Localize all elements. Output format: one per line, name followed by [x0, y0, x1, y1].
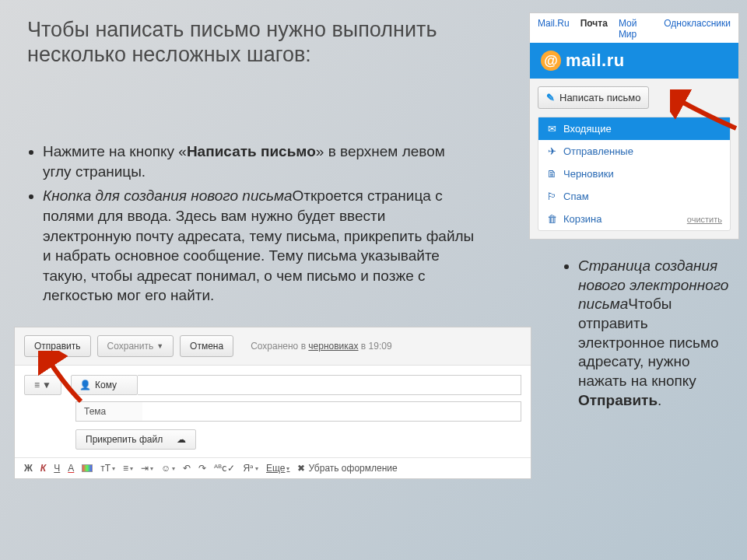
folder-sent-label: Отправленные [563, 145, 633, 157]
folder-drafts-label: Черновики [563, 168, 614, 180]
mail-at-icon: @ [541, 51, 561, 71]
folder-inbox-label: Входящие [563, 123, 612, 135]
trash-clear-link[interactable]: очистить [687, 215, 722, 224]
cloud-icon: ☁ [177, 434, 186, 445]
saved-status: Сохранено в черновиках в 19:09 [251, 341, 391, 352]
folder-trash-label: Корзина [563, 213, 602, 225]
folder-sent[interactable]: ✈ Отправленные [538, 140, 730, 163]
format-redo[interactable]: ↷ [198, 463, 206, 474]
sent-icon: ✈ [546, 145, 557, 157]
attach-button[interactable]: Прикрепить файл ☁ [75, 429, 196, 450]
bullet-2: Кнопка для создания нового письмаОткроет… [43, 186, 475, 306]
format-align[interactable]: ≡▾ [123, 463, 133, 474]
compose-label: Написать письмо [559, 92, 640, 103]
folder-list: ✉ Входящие ✈ Отправленные 🗎 Черновики 🏳 … [538, 117, 731, 231]
bullet-2-italic: Кнопка для создания нового письма [43, 187, 293, 204]
folder-inbox[interactable]: ✉ Входящие [538, 117, 730, 140]
compose-icon: ✎ [546, 92, 555, 103]
right-note: Страница создания нового электронного пи… [578, 257, 731, 411]
remove-label: Убрать оформление [308, 463, 397, 474]
format-color[interactable]: А [68, 463, 74, 474]
to-row: ≡▼ 👤 Кому [15, 372, 531, 398]
save-button[interactable]: Сохранить ▼ [97, 335, 174, 357]
bullet-2-text: Откроется страница с полями для ввода. З… [43, 187, 474, 303]
topnav-brand[interactable]: Mail.Ru [538, 18, 570, 40]
highlight-icon [82, 464, 93, 472]
right-note-bold: Отправить [578, 392, 658, 408]
compose-fields: ≡▼ 👤 Кому Тема Прикрепить файл ☁ [15, 366, 531, 457]
folder-spam-label: Спам [563, 191, 589, 202]
subject-label: Тема [75, 401, 142, 422]
format-indent[interactable]: ⇥▾ [141, 463, 153, 474]
folder-spam[interactable]: 🏳 Спам [538, 185, 730, 208]
format-italic[interactable]: К [40, 463, 46, 474]
format-translate[interactable]: Яᵃ▾ [243, 463, 258, 474]
compose-toolbar: Отправить Сохранить ▼ Отмена Сохранено в… [15, 327, 531, 366]
right-note-list: Страница создания нового электронного пи… [564, 257, 731, 411]
topnav-ok[interactable]: Одноклассники [664, 18, 731, 40]
send-button[interactable]: Отправить [24, 335, 91, 357]
to-label: Кому [95, 380, 117, 390]
slide-title: Чтобы написать письмо нужно выполнить не… [27, 17, 463, 68]
spam-icon: 🏳 [546, 191, 557, 202]
cancel-button[interactable]: Отмена [180, 335, 233, 357]
caret-icon: ▼ [42, 380, 51, 390]
topnav-mail[interactable]: Почта [580, 18, 608, 40]
mail-logo-text: mail.ru [566, 51, 625, 71]
bullet-1: Нажмите на кнопку «Написать письмо» в ве… [43, 142, 475, 181]
bullet-1-text-a: Нажмите на кнопку « [43, 143, 187, 159]
drafts-icon: 🗎 [546, 168, 557, 180]
format-toolbar: Ж К Ч А тТ▾ ≡▾ ⇥▾ ☺▾ ↶ ↷ ᴬᴮᴄ✓ Яᵃ▾ Еще▾ ✖… [15, 457, 531, 478]
folder-drafts[interactable]: 🗎 Черновики [538, 163, 730, 185]
mail-top-nav: Mail.Ru Почта Мой Мир Одноклассники [530, 13, 738, 43]
compose-button[interactable]: ✎ Написать письмо [538, 86, 649, 109]
compose-form-screenshot: Отправить Сохранить ▼ Отмена Сохранено в… [14, 327, 531, 479]
format-underline[interactable]: Ч [54, 463, 60, 474]
priority-icon: ≡ [34, 380, 40, 390]
saved-a: Сохранено в [251, 341, 308, 352]
remove-icon: ✖ [297, 463, 305, 474]
save-caret-icon: ▼ [156, 342, 163, 350]
format-size[interactable]: тТ▾ [100, 463, 115, 474]
person-icon: 👤 [79, 380, 91, 390]
caret-icon: ▾ [255, 465, 258, 472]
to-input[interactable] [138, 375, 521, 395]
caret-icon: ▾ [130, 465, 133, 472]
trash-icon: 🗑 [546, 213, 557, 225]
bullet-1-bold: Написать письмо [187, 143, 316, 159]
mail-sidebar-screenshot: Mail.Ru Почта Мой Мир Одноклассники @ ma… [529, 12, 739, 240]
format-more[interactable]: Еще▾ [266, 463, 289, 474]
topnav-myworld[interactable]: Мой Мир [619, 18, 653, 40]
priority-dropdown[interactable]: ≡▼ [24, 375, 61, 395]
format-spellcheck[interactable]: ᴬᴮᴄ✓ [214, 463, 235, 474]
subject-row: Тема [15, 398, 531, 425]
format-remove[interactable]: ✖Убрать оформление [297, 463, 397, 474]
format-bold[interactable]: Ж [24, 463, 33, 474]
mail-logo: @ mail.ru [530, 43, 738, 79]
main-bullet-list: Нажмите на кнопку «Написать письмо» в ве… [27, 142, 475, 310]
format-undo[interactable]: ↶ [183, 463, 191, 474]
attach-label: Прикрепить файл [86, 434, 163, 445]
subject-input[interactable] [142, 401, 521, 422]
saved-link[interactable]: черновиках [308, 341, 358, 352]
size-label: тТ [100, 463, 110, 474]
caret-icon: ▾ [112, 465, 115, 472]
format-highlight[interactable] [82, 464, 93, 472]
mail-sidebar-body: ✎ Написать письмо ✉ Входящие ✈ Отправлен… [530, 79, 738, 239]
saved-c: в 19:09 [359, 341, 392, 352]
right-note-period: . [658, 392, 661, 408]
more-label: Еще [266, 463, 285, 474]
caret-icon: ▾ [150, 465, 153, 472]
caret-icon: ▾ [172, 465, 175, 472]
inbox-icon: ✉ [546, 123, 557, 135]
format-emoji[interactable]: ☺▾ [161, 463, 175, 474]
caret-icon: ▾ [286, 465, 289, 472]
folder-trash[interactable]: 🗑 Корзина очистить [538, 208, 730, 230]
to-label-button[interactable]: 👤 Кому [71, 375, 138, 395]
save-label: Сохранить [107, 341, 154, 352]
